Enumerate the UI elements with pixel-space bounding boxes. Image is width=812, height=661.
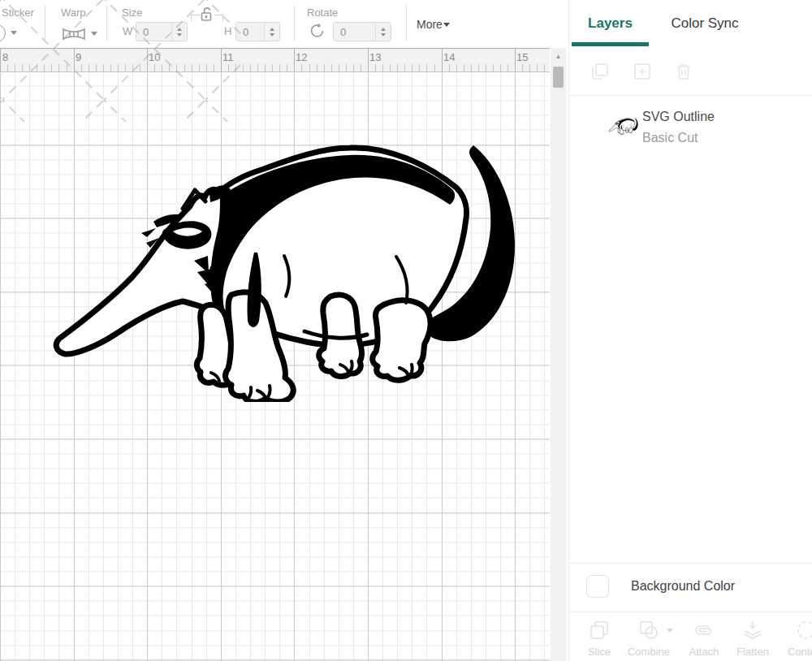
toolbar-divider [406,6,407,41]
warp-label: Warp [61,6,86,19]
design-canvas[interactable] [0,72,550,661]
scroll-up-arrow-icon[interactable]: ▲ [551,53,566,60]
lock-open-icon[interactable] [200,6,214,22]
layer-thumbnail [608,116,639,136]
toolbar-divider [45,6,45,41]
size-label: Size [122,6,142,19]
add-layer-icon[interactable] [633,62,652,81]
toolbar-divider [106,6,107,41]
duplicate-layer-icon[interactable] [590,62,610,81]
sticker-icon[interactable] [0,24,6,42]
sticker-caret-icon[interactable] [11,31,17,35]
scrollbar-thumb[interactable] [553,67,564,88]
rotation-stepper[interactable] [375,23,391,41]
background-color-row: Background Color [569,564,812,611]
attach-button[interactable]: Attach [678,614,730,661]
warp-caret-icon[interactable] [91,32,97,36]
width-input[interactable]: 0 [136,22,188,41]
delete-layer-icon[interactable] [674,62,693,81]
tab-color-sync[interactable]: Color Sync [656,0,754,46]
slice-button[interactable]: Slice [573,614,625,661]
slice-icon [589,620,610,641]
layers-panel: Layers Color Sync SVG Outline Basic [568,0,812,661]
attach-icon [693,620,715,641]
width-field-label: W [123,25,132,37]
flatten-icon [742,620,763,641]
contour-button[interactable]: Contour [780,614,812,661]
height-input[interactable]: 0 [235,22,280,41]
edit-toolbar: Sticker Warp Size W 0 H 0 Rotat [0,0,568,48]
warp-icon[interactable] [62,27,86,41]
more-caret-icon[interactable] [443,23,450,27]
combine-icon [638,620,659,641]
width-stepper[interactable] [171,23,187,41]
contour-icon [796,620,812,641]
flatten-button[interactable]: Flatten [727,614,779,661]
background-color-label: Background Color [631,579,735,594]
rotate-icon[interactable] [309,22,326,40]
sticker-label: Sticker [2,6,34,19]
canvas-scrollbar[interactable]: ▲ [551,48,566,661]
layer-title: SVG Outline [642,110,715,124]
panel-divider [569,611,812,612]
layer-cut-type: Basic Cut [642,131,698,145]
combine-caret-icon [667,629,673,633]
tab-layers[interactable]: Layers [572,0,649,46]
combine-button[interactable]: Combine [623,614,675,661]
height-field-label: H [224,25,231,37]
active-tab-underline [572,42,649,46]
toolbar-divider [294,6,295,41]
rotation-input[interactable]: 0 [333,22,391,41]
rotate-label: Rotate [307,6,338,19]
canvas-artwork-anteater[interactable] [45,134,532,402]
height-stepper[interactable] [264,23,279,41]
background-color-swatch[interactable] [586,575,609,598]
design-app-window: Sticker Warp Size W 0 H 0 Rotat [0,0,812,661]
layer-row[interactable]: SVG Outline Basic Cut [569,96,812,158]
more-button[interactable]: More [417,18,443,31]
horizontal-ruler: 8 9 10 11 12 13 14 15 [0,48,550,72]
